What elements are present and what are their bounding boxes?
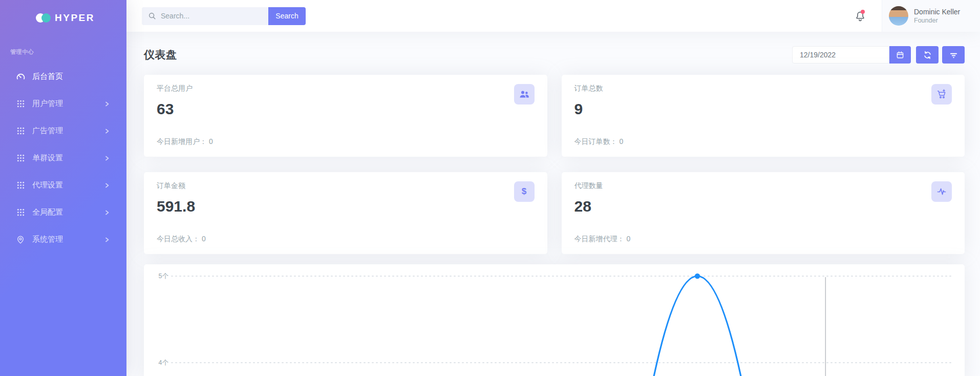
- stat-label: 平台总用户: [157, 84, 535, 93]
- filter-button[interactable]: [942, 46, 965, 64]
- date-picker-group: [792, 46, 911, 64]
- search-box: [142, 7, 268, 25]
- stat-footer: 今日总收入： 0: [157, 235, 535, 244]
- chevron-right-icon: [104, 210, 110, 216]
- sidebar-item-label: 后台首页: [32, 72, 63, 81]
- calendar-button[interactable]: [889, 46, 911, 64]
- date-input[interactable]: [792, 46, 889, 64]
- brand-logo[interactable]: HYPER: [0, 0, 126, 36]
- cart-plus-icon: [931, 84, 952, 105]
- sidebar-nav: 后台首页 用户管理 广告管: [0, 63, 126, 253]
- apps-icon: [15, 99, 26, 108]
- page-title: 仪表盘: [144, 48, 177, 62]
- stat-card-order-amount: 订单金额 591.8 今日总收入： 0 $: [144, 172, 547, 254]
- user-name: Dominic Keller: [914, 8, 960, 17]
- order-line-chart: 5个 4个: [144, 264, 965, 376]
- chevron-right-icon: [104, 128, 110, 134]
- stat-footer: 今日订单数： 0: [574, 137, 952, 147]
- stat-value: 591.8: [157, 198, 535, 215]
- search-button[interactable]: Search: [268, 7, 306, 25]
- sidebar-item-system[interactable]: 系统管理: [0, 226, 126, 253]
- sidebar-item-label: 代理设置: [32, 180, 63, 190]
- topbar: Search Dominic Keller Founder: [126, 0, 980, 32]
- users-icon: [514, 84, 535, 105]
- dashboard-icon: [15, 72, 26, 81]
- sidebar-item-ads[interactable]: 广告管理: [0, 117, 126, 144]
- sidebar-item-label: 用户管理: [32, 99, 63, 109]
- y-tick-4: 4个: [159, 359, 169, 366]
- stat-card-total-orders: 订单总数 9 今日订单数： 0: [562, 75, 965, 157]
- stat-footer: 今日新增代理： 0: [574, 235, 952, 244]
- sidebar-item-label: 广告管理: [32, 126, 63, 136]
- sidebar-item-label: 单群设置: [32, 153, 63, 163]
- user-role: Founder: [914, 17, 960, 24]
- stat-label: 订单总数: [574, 84, 952, 93]
- header-tools: [792, 46, 965, 64]
- sidebar-item-label: 系统管理: [32, 235, 63, 244]
- pulse-icon: [931, 181, 952, 202]
- user-profile[interactable]: Dominic Keller Founder: [882, 0, 980, 32]
- calendar-icon: [896, 51, 904, 59]
- sidebar-item-users[interactable]: 用户管理: [0, 90, 126, 117]
- brand-name: HYPER: [55, 12, 95, 24]
- chart-series-line: [652, 276, 742, 376]
- sidebar-item-global-config[interactable]: 全局配置: [0, 199, 126, 226]
- refresh-button[interactable]: [916, 46, 939, 64]
- stat-value: 28: [574, 198, 952, 215]
- stat-label: 订单金额: [157, 181, 535, 191]
- apps-icon: [15, 127, 26, 135]
- chart-peak-marker: [695, 274, 700, 279]
- avatar: [889, 6, 908, 26]
- sidebar-item-label: 全局配置: [32, 207, 63, 217]
- sidebar-item-groups[interactable]: 单群设置: [0, 144, 126, 172]
- chevron-right-icon: [104, 101, 110, 107]
- stat-value: 63: [157, 100, 535, 118]
- line-chart-plot: 5个 4个: [144, 264, 965, 376]
- apps-icon: [15, 181, 26, 190]
- chevron-right-icon: [104, 182, 110, 189]
- chevron-right-icon: [104, 155, 110, 161]
- refresh-icon: [923, 51, 932, 59]
- y-tick-5: 5个: [159, 273, 169, 280]
- main-content: 仪表盘: [126, 32, 980, 376]
- stat-card-total-users: 平台总用户 63 今日新增用户： 0: [144, 75, 547, 157]
- dollar-glyph: $: [522, 186, 526, 197]
- dollar-icon: $: [514, 181, 535, 202]
- filter-icon: [950, 51, 957, 59]
- map-pin-icon: [15, 235, 26, 244]
- brand-logo-icon: [36, 13, 51, 23]
- apps-icon: [15, 154, 26, 162]
- page-header: 仪表盘: [144, 46, 965, 64]
- search-group: Search: [142, 7, 306, 25]
- notification-dot: [861, 10, 865, 14]
- sidebar-section-label: 管理中心: [0, 48, 126, 56]
- sidebar: HYPER 管理中心 后台首页 用户管理: [0, 0, 126, 376]
- notification-bell[interactable]: [854, 10, 866, 22]
- apps-icon: [15, 208, 26, 217]
- sidebar-item-home[interactable]: 后台首页: [0, 63, 126, 90]
- stat-card-agent-count: 代理数量 28 今日新增代理： 0: [562, 172, 965, 254]
- stat-label: 代理数量: [574, 181, 952, 191]
- search-input[interactable]: [161, 12, 253, 20]
- sidebar-item-agents[interactable]: 代理设置: [0, 172, 126, 199]
- chevron-right-icon: [104, 237, 110, 243]
- search-icon: [148, 12, 156, 20]
- stat-cards: 平台总用户 63 今日新增用户： 0 订单总数 9 今日订单数： 0: [144, 75, 965, 254]
- topbar-right: Dominic Keller Founder: [854, 0, 980, 32]
- stat-value: 9: [574, 100, 952, 118]
- stat-footer: 今日新增用户： 0: [157, 137, 535, 147]
